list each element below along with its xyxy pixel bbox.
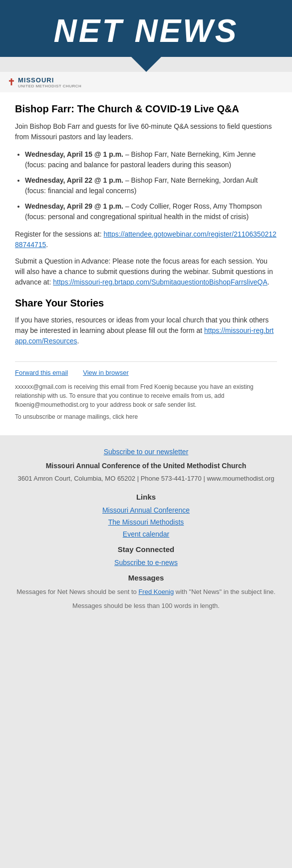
cross-icon: ✝	[7, 77, 15, 88]
submit-text: Submit a Question in Advance: Please not…	[15, 256, 277, 288]
register-prefix: Register for the sessions at:	[15, 230, 103, 238]
article1-title: Bishop Farr: The Church & COVID-19 Live …	[15, 102, 277, 115]
main-content: Bishop Farr: The Church & COVID-19 Live …	[0, 92, 292, 435]
missouri-methodists-link[interactable]: The Missouri Methodists	[10, 518, 282, 526]
bottom-section: Subscribe to our newsletter Missouri Ann…	[0, 435, 292, 628]
logo-subtitle: UNITED METHODIST CHURCH	[18, 84, 81, 88]
share-section: Share Your Stories If you have stories, …	[15, 297, 277, 346]
share-text: If you have stories, resources or ideas …	[15, 315, 277, 346]
share-suffix: .	[77, 337, 79, 345]
list-item: Wednesday, April 29 @ 1 p.m. – Cody Coll…	[25, 201, 277, 222]
bullet-bold-1: Wednesday, April 15 @ 1 p.m.	[25, 150, 123, 158]
bottom-address: 3601 Amron Court, Columbia, MO 65202 | P…	[10, 474, 282, 484]
email-footer: Forward this email View in browser xxxxx…	[15, 361, 277, 420]
subscribe-enews-link[interactable]: Subscribe to e-news	[10, 559, 282, 567]
links-title: Links	[10, 493, 282, 501]
footer-disclaimer: xxxxxx@gmail.com is receiving this email…	[15, 382, 277, 409]
register-suffix: .	[46, 241, 48, 249]
bottom-subscribe-link[interactable]: Subscribe to our newsletter	[10, 448, 282, 456]
footer-unsubscribe: To unsubscribe or manage mailings, click…	[15, 413, 277, 420]
session-list: Wednesday, April 15 @ 1 p.m. – Bishop Fa…	[25, 149, 277, 222]
stay-connected-title: Stay Connected	[10, 545, 282, 554]
messages-text-2: Messages should be less than 100 words i…	[10, 601, 282, 611]
share-title: Share Your Stories	[15, 297, 277, 309]
fred-koenig-link[interactable]: Fred Koenig	[138, 588, 174, 595]
register-text: Register for the sessions at: https://at…	[15, 229, 277, 250]
bullet-bold-3: Wednesday, April 29 @ 1 p.m.	[25, 202, 123, 210]
forward-email-link[interactable]: Forward this email	[15, 369, 68, 376]
messages-text-1: Messages for Net News should be sent to …	[10, 587, 282, 597]
list-item: Wednesday, April 22 @ 1 p.m. – Bishop Fa…	[25, 175, 277, 196]
submit-suffix: .	[268, 278, 270, 286]
footer-links-row: Forward this email View in browser	[15, 369, 277, 376]
bullet-bold-2: Wednesday, April 22 @ 1 p.m.	[25, 176, 123, 184]
submit-url-text: https://missouri-reg.brtapp.com/Submitaq…	[53, 278, 268, 286]
list-item: Wednesday, April 15 @ 1 p.m. – Bishop Fa…	[25, 149, 277, 170]
header-triangle-decoration	[131, 57, 161, 72]
article1-intro: Join Bishop Bob Farr and guests for live…	[15, 121, 277, 142]
submit-link[interactable]: https://missouri-reg.brtapp.com/Submitaq…	[53, 278, 268, 286]
logo-bar: ✝ MISSOURI UNITED METHODIST CHURCH	[0, 72, 292, 92]
logo-text: MISSOURI	[18, 76, 54, 84]
view-browser-link[interactable]: View in browser	[83, 369, 129, 376]
logo-container: ✝ MISSOURI UNITED METHODIST CHURCH	[7, 76, 81, 88]
event-calendar-link[interactable]: Event calendar	[10, 530, 282, 538]
bottom-org-name: Missouri Annual Conference of the United…	[10, 462, 282, 470]
header-banner: NET NEWS	[0, 0, 292, 57]
messages-title: Messages	[10, 574, 282, 582]
missouri-annual-conference-link[interactable]: Missouri Annual Conference	[10, 506, 282, 514]
site-title: NET NEWS	[10, 15, 282, 47]
